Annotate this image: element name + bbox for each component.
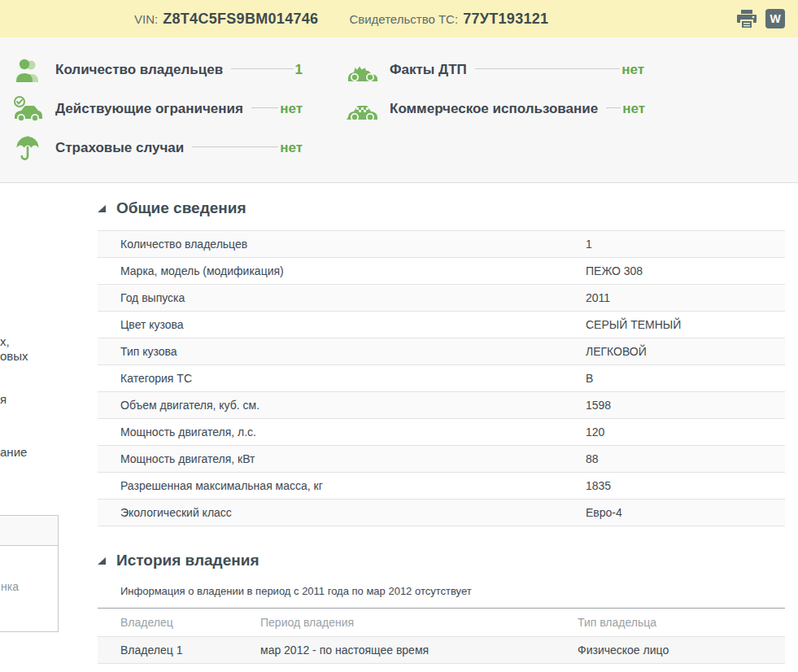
section-history-header[interactable]: История владения	[98, 552, 259, 569]
table-row: Марка, модель (модификация)ПЕЖО 308	[98, 258, 785, 285]
summary-value: нет	[280, 101, 303, 117]
ownership-table-body: Владелец 1мар 2012 - по настоящее времяФ…	[98, 637, 785, 664]
sidebar-item-fragment[interactable]: я	[0, 392, 7, 406]
restrictions-icon	[11, 96, 44, 122]
row-value: 88	[586, 452, 599, 465]
sidebar-item-fragment[interactable]: ание	[0, 445, 27, 459]
table-row: Объем двигателя, куб. см.1598	[98, 392, 785, 419]
summary-value: 1	[295, 62, 303, 78]
summary-value: нет	[621, 62, 644, 78]
column-header: Период владения	[260, 616, 354, 629]
vin-label: VIN:	[134, 12, 158, 26]
row-label: Цвет кузова	[98, 318, 184, 331]
owners-icon	[11, 58, 44, 83]
summary-value: нет	[622, 101, 645, 117]
row-value: 2011	[586, 291, 610, 304]
summary-label: Факты ДТП	[390, 62, 467, 78]
table-row: Год выпуска2011	[98, 285, 785, 312]
leader-line	[192, 146, 278, 147]
sidebar-item-fragment[interactable]: овых	[0, 349, 28, 363]
table-row: Цвет кузоваСЕРЫЙ ТЕМНЫЙ	[98, 312, 785, 338]
certificate-label: Свидетельство ТС:	[349, 12, 458, 26]
summary-item: Факты ДТПнет	[346, 50, 644, 89]
summary-item: Количество владельцев1	[11, 50, 303, 89]
leader-line	[231, 68, 293, 69]
table-row: Экологический классЕвро-4	[98, 500, 785, 526]
leader-line	[606, 107, 621, 108]
summary-item: Страховые случаинет	[11, 129, 303, 168]
row-label: Разрешенная максимальная масса, кг	[98, 479, 323, 492]
sidebar-panel-label[interactable]: нка	[0, 546, 58, 593]
row-value: Евро-4	[586, 506, 622, 519]
ownership-note: Информация о владении в период с 2011 го…	[120, 585, 472, 597]
row-label: Марка, модель (модификация)	[98, 264, 284, 277]
owner-type-cell: Физическое лицо	[578, 644, 669, 657]
row-label: Тип кузова	[98, 345, 177, 358]
sidebar-panel: нка	[0, 515, 59, 632]
collapse-triangle-icon	[98, 204, 107, 213]
collapse-triangle-icon	[98, 556, 107, 565]
table-row: Количество владельцев1	[98, 231, 785, 258]
word-export-icon[interactable]: W	[765, 9, 785, 28]
section-title: Общие сведения	[116, 199, 246, 217]
summary-label: Количество владельцев	[55, 62, 223, 78]
column-header: Владелец	[120, 616, 173, 629]
row-label: Экологический класс	[98, 506, 232, 519]
leader-line	[251, 107, 278, 108]
row-value: 1	[586, 238, 592, 251]
sidebar-item-fragment[interactable]: х,	[0, 334, 10, 348]
ownership-table-header: Владелец Период владения Тип владельца	[98, 609, 785, 637]
summary-item: Действующие ограничениянет	[11, 89, 303, 129]
certificate-value: 77УТ193121	[463, 11, 548, 28]
table-row: Мощность двигателя, л.с.120	[98, 419, 785, 446]
printer-icon[interactable]	[737, 10, 757, 28]
leader-line	[475, 68, 620, 69]
section-title: История владения	[116, 552, 259, 569]
row-label: Количество владельцев	[98, 238, 247, 251]
ownership-table: Владелец Период владения Тип владельца В…	[98, 608, 785, 664]
row-value: B	[586, 372, 593, 385]
sidebar-panel-header	[0, 516, 58, 546]
insurance-icon	[11, 135, 44, 162]
row-value: ПЕЖО 308	[586, 264, 643, 277]
table-row: Владелец 1мар 2012 - по настоящее времяФ…	[98, 637, 785, 664]
summary-column-left: Количество владельцев1 Действующие огран…	[11, 50, 303, 168]
summary-band: Количество владельцев1 Действующие огран…	[0, 37, 798, 183]
commercial-icon	[346, 98, 378, 120]
report-main: Общие сведения Количество владельцев1Мар…	[98, 183, 785, 672]
row-value: 1835	[586, 479, 611, 492]
header-actions: W	[737, 9, 798, 28]
row-label: Мощность двигателя, кВт	[98, 452, 255, 465]
row-label: Категория ТС	[98, 372, 192, 385]
section-general-header[interactable]: Общие сведения	[98, 199, 246, 217]
summary-label: Коммерческое использование	[390, 101, 598, 117]
summary-item: Коммерческое использованиенет	[346, 89, 644, 129]
general-info-table: Количество владельцев1Марка, модель (мод…	[98, 230, 785, 526]
row-label: Мощность двигателя, л.с.	[98, 425, 256, 439]
summary-value: нет	[280, 140, 303, 156]
summary-label: Действующие ограничения	[55, 101, 243, 117]
summary-label: Страховые случаи	[55, 140, 184, 156]
table-row: Тип кузоваЛЕГКОВОЙ	[98, 338, 785, 365]
period-cell: мар 2012 - по настоящее время	[260, 644, 429, 657]
row-label: Год выпуска	[98, 291, 185, 304]
table-row: Категория ТСB	[98, 365, 785, 392]
row-value: 1598	[586, 399, 611, 412]
table-row: Разрешенная максимальная масса, кг1835	[98, 473, 785, 500]
vin-value: Z8T4C5FS9BM014746	[163, 11, 318, 28]
table-row: Мощность двигателя, кВт88	[98, 446, 785, 473]
column-header: Тип владельца	[578, 616, 656, 629]
accident-icon	[346, 59, 378, 81]
row-value: ЛЕГКОВОЙ	[586, 345, 647, 358]
summary-column-right: Факты ДТПнет Коммерческое использованиен…	[346, 50, 644, 129]
row-value: СЕРЫЙ ТЕМНЫЙ	[586, 318, 681, 331]
owner-cell: Владелец 1	[120, 644, 182, 657]
row-value: 120	[586, 425, 604, 439]
report-header-bar: VIN: Z8T4C5FS9BM014746 Свидетельство ТС:…	[0, 0, 798, 37]
row-label: Объем двигателя, куб. см.	[98, 399, 259, 412]
